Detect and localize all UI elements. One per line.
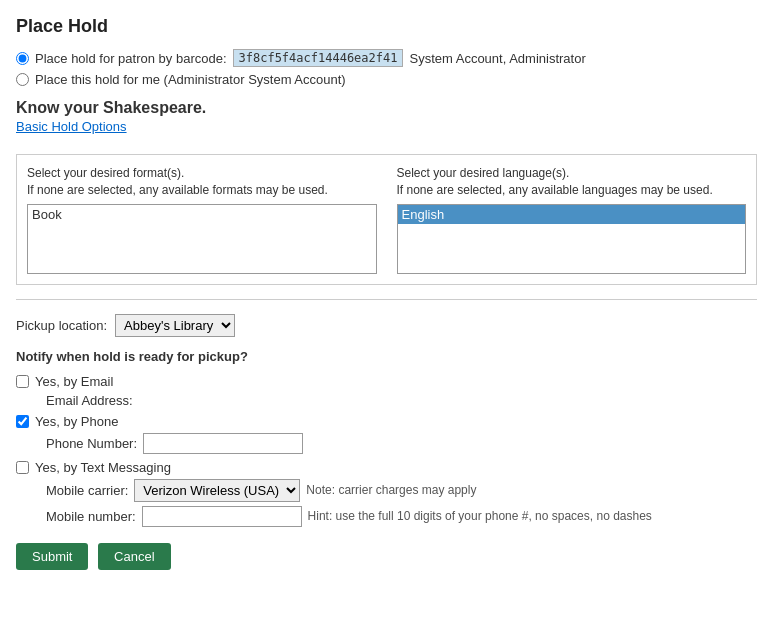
radio-self-label: Place this hold for me (Administrator Sy…: [35, 72, 346, 87]
carrier-note: Note: carrier charges may apply: [306, 483, 476, 497]
hold-options-section: Place hold for patron by barcode: 3f8cf5…: [16, 49, 757, 87]
formats-listbox[interactable]: Book: [27, 204, 377, 274]
text-label: Yes, by Text Messaging: [35, 460, 171, 475]
mobile-number-input[interactable]: [142, 506, 302, 527]
notify-heading: Notify when hold is ready for pickup?: [16, 349, 757, 364]
pickup-select[interactable]: Abbey's Library Main Library Branch Libr…: [115, 314, 235, 337]
text-checkbox[interactable]: [16, 461, 29, 474]
basic-hold-link[interactable]: Basic Hold Options: [16, 119, 127, 134]
carrier-select[interactable]: Verizon Wireless (USA) AT&T (USA) T-Mobi…: [134, 479, 300, 502]
phone-number-label: Phone Number:: [46, 436, 137, 451]
email-checkbox[interactable]: [16, 375, 29, 388]
email-label: Yes, by Email: [35, 374, 113, 389]
notify-section: Notify when hold is ready for pickup? Ye…: [16, 349, 757, 527]
email-address-label: Email Address:: [46, 393, 133, 408]
cancel-button[interactable]: Cancel: [98, 543, 170, 570]
languages-listbox[interactable]: English: [397, 204, 747, 274]
submit-button[interactable]: Submit: [16, 543, 88, 570]
barcode-value: 3f8cf5f4acf14446ea2f41: [233, 49, 404, 67]
radio-patron[interactable]: [16, 52, 29, 65]
notify-text-row: Yes, by Text Messaging: [16, 460, 757, 475]
radio-patron-label: Place hold for patron by barcode:: [35, 51, 227, 66]
formats-label: Select your desired format(s). If none a…: [27, 165, 377, 199]
email-address-row: Email Address:: [46, 393, 757, 408]
phone-number-row: Phone Number:: [46, 433, 757, 454]
divider: [16, 299, 757, 300]
radio-row-patron: Place hold for patron by barcode: 3f8cf5…: [16, 49, 757, 67]
pickup-row: Pickup location: Abbey's Library Main Li…: [16, 314, 757, 337]
carrier-row: Mobile carrier: Verizon Wireless (USA) A…: [46, 479, 757, 502]
carrier-label: Mobile carrier:: [46, 483, 128, 498]
formats-col: Select your desired format(s). If none a…: [27, 165, 377, 274]
account-name: System Account, Administrator: [409, 51, 585, 66]
book-section: Know your Shakespeare. Basic Hold Option…: [16, 99, 757, 144]
languages-col: Select your desired language(s). If none…: [397, 165, 747, 274]
pickup-label: Pickup location:: [16, 318, 107, 333]
notify-email-row: Yes, by Email: [16, 374, 757, 389]
radio-row-self: Place this hold for me (Administrator Sy…: [16, 72, 757, 87]
mobile-hint: Hint: use the full 10 digits of your pho…: [308, 509, 652, 523]
radio-self[interactable]: [16, 73, 29, 86]
page-title: Place Hold: [16, 16, 757, 37]
formats-languages-section: Select your desired format(s). If none a…: [16, 154, 757, 285]
languages-item-english[interactable]: English: [398, 205, 746, 224]
formats-item-book[interactable]: Book: [28, 205, 376, 224]
button-row: Submit Cancel: [16, 543, 757, 570]
phone-number-input[interactable]: [143, 433, 303, 454]
mobile-number-label: Mobile number:: [46, 509, 136, 524]
languages-label: Select your desired language(s). If none…: [397, 165, 747, 199]
notify-phone-row: Yes, by Phone: [16, 414, 757, 429]
phone-label: Yes, by Phone: [35, 414, 118, 429]
book-title: Know your Shakespeare.: [16, 99, 757, 117]
phone-checkbox[interactable]: [16, 415, 29, 428]
mobile-number-row: Mobile number: Hint: use the full 10 dig…: [46, 506, 757, 527]
